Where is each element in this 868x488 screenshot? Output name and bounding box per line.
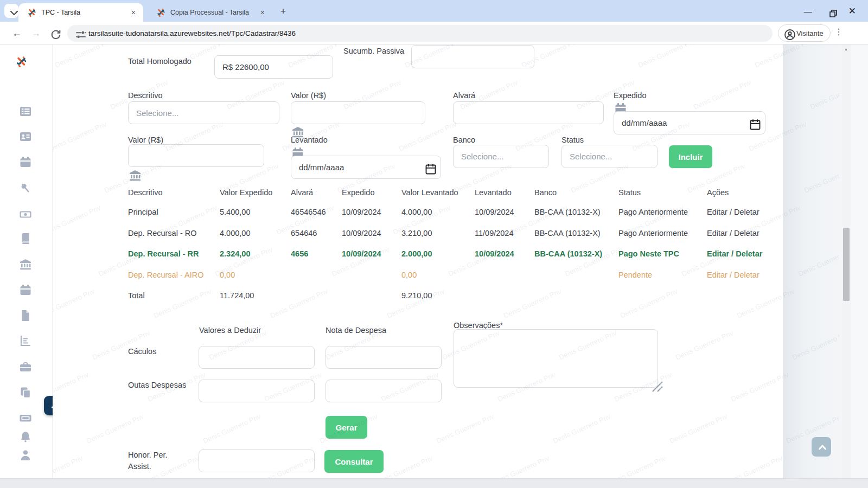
- table-action-editar-deletar[interactable]: Editar / Deletar: [707, 229, 783, 237]
- sidebar-item-gavel[interactable]: [18, 182, 34, 196]
- bank-icon: [291, 126, 298, 133]
- gerar-button[interactable]: Gerar: [326, 416, 367, 439]
- table-header-cell: Levantado: [475, 188, 534, 197]
- caculos-valores-input[interactable]: [199, 346, 315, 369]
- close-icon[interactable]: ✕: [848, 5, 856, 17]
- sidebar-item-ticket[interactable]: [18, 412, 34, 426]
- valor-expedido-label: Valor (R$): [291, 91, 326, 100]
- table-cell: BB-CAA (10132-X): [534, 249, 618, 258]
- sucumb-passiva-input[interactable]: [411, 45, 534, 68]
- tab-search-button[interactable]: [4, 4, 18, 18]
- valores-a-deduzir-label: Valores a Deduzir: [199, 326, 261, 335]
- sidebar-item-bell[interactable]: [18, 431, 34, 445]
- sidebar-item-table-list[interactable]: [18, 105, 34, 119]
- date-picker-icon[interactable]: [748, 118, 757, 127]
- url-text[interactable]: tarsilasuite-tudonatarsila.azurewebsites…: [88, 29, 296, 37]
- tab-copia-processual[interactable]: Cópia Processual - Tarsila ×: [148, 3, 272, 22]
- nota-de-despesa-label: Nota de Despesa: [326, 326, 386, 335]
- valor-expedido-input[interactable]: [291, 101, 425, 124]
- sidebar-item-id-card[interactable]: [18, 130, 34, 144]
- table-cell: Pago Anteriormente: [618, 229, 707, 237]
- table-header-cell: Alvará: [291, 188, 342, 197]
- table-cell: 11/09/2024: [475, 229, 534, 237]
- consultar-button[interactable]: Consultar: [324, 450, 384, 473]
- sidebar-item-user[interactable]: [18, 448, 34, 463]
- descritivo-select[interactable]: Selecione...: [128, 101, 279, 124]
- table-row: Principal5.400,004654654610/09/20244.000…: [128, 202, 783, 223]
- book-icon: [18, 232, 34, 245]
- clipboard-copy-icon: [18, 386, 34, 399]
- ticket-icon: [18, 412, 34, 425]
- sidebar-item-book[interactable]: [18, 232, 34, 246]
- incluir-button[interactable]: Incluir: [669, 145, 712, 168]
- sidebar-item-bank[interactable]: [18, 258, 34, 272]
- scrollbar-thumb[interactable]: [843, 228, 850, 301]
- date-picker-icon[interactable]: [424, 163, 433, 172]
- sidebar-item-briefcase[interactable]: [18, 361, 34, 375]
- resize-grip-icon[interactable]: [650, 380, 656, 386]
- tpc-form: Total Homologado R$ 22600,00 Sucumb. Pas…: [53, 44, 783, 478]
- status-select[interactable]: Selecione...: [561, 145, 658, 168]
- caculos-nota-input[interactable]: [326, 346, 442, 369]
- scroll-to-top-button[interactable]: [812, 437, 831, 457]
- table-cell: 46546546: [291, 208, 342, 216]
- scrollbar-up-arrow[interactable]: ▲: [844, 48, 848, 51]
- back-button[interactable]: ←: [11, 27, 23, 39]
- table-cell: Dep. Recursal - RO: [128, 229, 220, 237]
- new-tab-button[interactable]: +: [277, 5, 290, 18]
- table-cell: 4.000,00: [220, 229, 291, 237]
- bell-icon: [18, 431, 34, 444]
- observacoes-label: Observações*: [454, 321, 503, 330]
- outras-valores-input[interactable]: [199, 380, 315, 402]
- reload-button[interactable]: [48, 27, 60, 39]
- sidebar-item-bar-chart[interactable]: [18, 335, 34, 349]
- table-cell: BB-CAA (10132-X): [534, 229, 618, 237]
- restore-icon[interactable]: [826, 7, 834, 15]
- honor-input[interactable]: [199, 450, 315, 472]
- table-action-editar-deletar[interactable]: Editar / Deletar: [707, 208, 783, 216]
- valor-levantado-input[interactable]: [128, 144, 264, 167]
- honor-per-assist-label: Honor. Per. Assist.: [128, 451, 168, 471]
- forward-button[interactable]: →: [30, 27, 42, 39]
- bank-icon: [18, 258, 34, 271]
- file-icon: [18, 309, 34, 322]
- levantado-date-input[interactable]: dd/mm/aaaa: [291, 156, 441, 179]
- sidebar-item-file[interactable]: [18, 309, 34, 323]
- table-cell: 0,00: [401, 271, 475, 279]
- tab-tpc-tarsila[interactable]: TPC - Tarsila ×: [18, 3, 143, 22]
- site-settings-icon[interactable]: [74, 28, 84, 38]
- alvara-label: Alvará: [453, 91, 475, 100]
- minimize-icon[interactable]: —: [804, 7, 812, 16]
- observacoes-textarea[interactable]: [454, 329, 658, 388]
- sidebar-item-calendar[interactable]: [18, 156, 34, 170]
- table-row: Dep. Recursal - RO4.000,0065464610/09/20…: [128, 223, 783, 244]
- table-cell: Pago Anteriormente: [618, 208, 707, 216]
- expedido-date-input[interactable]: dd/mm/aaaa: [614, 111, 765, 134]
- table-action-editar-deletar[interactable]: Editar / Deletar: [707, 249, 783, 258]
- banco-select[interactable]: Selecione...: [453, 145, 549, 168]
- chevron-up-icon: [815, 441, 827, 453]
- address-bar[interactable]: tarsilasuite-tudonatarsila.azurewebsites…: [67, 25, 773, 42]
- table-cell: Pago Neste TPC: [618, 249, 707, 258]
- banknote-icon: [18, 208, 34, 221]
- sidebar-item-banknote[interactable]: [18, 208, 34, 222]
- tab-close-icon[interactable]: ×: [129, 8, 138, 17]
- browser-menu-icon[interactable]: ⋮: [834, 27, 843, 37]
- alvara-input[interactable]: [453, 101, 604, 124]
- table-action-editar-deletar[interactable]: Editar / Deletar: [707, 271, 783, 279]
- bottom-scroll-strip: [0, 478, 868, 488]
- profile-label: Visitante: [796, 29, 824, 37]
- total-homologado-input[interactable]: R$ 22600,00: [214, 55, 333, 79]
- tab-close-icon[interactable]: ×: [258, 8, 267, 17]
- caculos-label: Cáculos: [128, 347, 156, 356]
- sidebar-item-clipboard-copy[interactable]: [18, 386, 34, 400]
- tab-strip: TPC - Tarsila × Cópia Processual - Tarsi…: [0, 0, 868, 22]
- outras-nota-input[interactable]: [326, 380, 442, 402]
- tab-title: Cópia Processual - Tarsila: [170, 9, 258, 16]
- total-homologado-label: Total Homologado: [128, 57, 192, 66]
- sidebar-item-calendar-alt[interactable]: [18, 284, 34, 298]
- descritivo-label: Descritivo: [128, 91, 163, 100]
- calendar-icon: [18, 156, 34, 169]
- profile-chip[interactable]: Visitante: [778, 24, 831, 42]
- banco-label: Banco: [453, 136, 475, 144]
